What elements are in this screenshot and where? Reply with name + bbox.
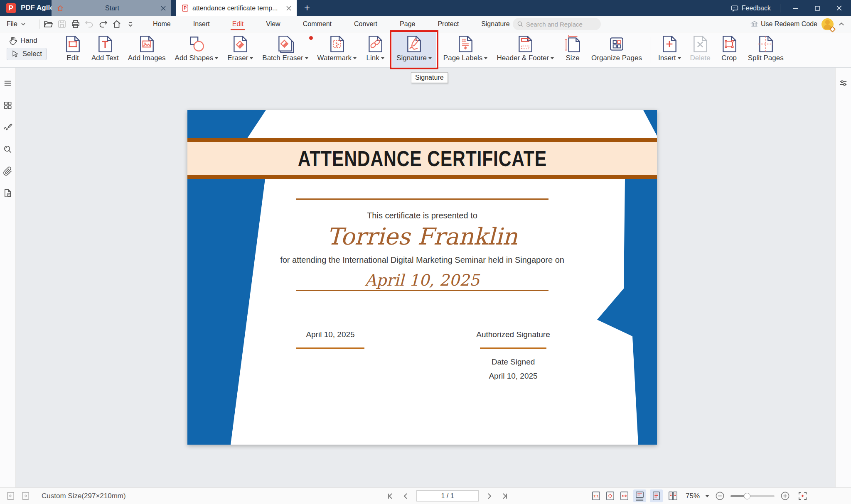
undo-icon[interactable] — [84, 19, 94, 29]
zoom-level[interactable]: 75% — [686, 492, 700, 500]
zoom-dropdown-caret-icon[interactable] — [705, 495, 709, 497]
continuous-view-button[interactable] — [633, 489, 646, 502]
minimize-button[interactable] — [790, 2, 802, 15]
redo-icon[interactable] — [98, 19, 108, 29]
close-window-button[interactable] — [833, 2, 845, 15]
close-tab-icon[interactable] — [160, 5, 166, 11]
properties-sliders-icon[interactable] — [839, 78, 848, 88]
split-pages-button[interactable]: Split Pages — [743, 32, 788, 67]
dropdown-caret-icon — [484, 57, 487, 59]
chevron-up-icon[interactable] — [838, 20, 845, 28]
avatar[interactable] — [821, 18, 834, 30]
document-canvas[interactable]: ATTENDANCE CERTIFICATE This certificate … — [16, 68, 835, 487]
page-indicator-input[interactable] — [416, 490, 479, 502]
close-tab-icon[interactable] — [286, 5, 292, 11]
thumbnails-icon[interactable] — [3, 100, 12, 110]
new-tab-button[interactable]: + — [302, 3, 312, 13]
eraser-button[interactable]: Eraser — [223, 32, 258, 67]
menu-item-insert[interactable]: Insert — [192, 17, 211, 31]
organize-pages-button[interactable]: Organize Pages — [587, 32, 647, 67]
save-icon[interactable] — [57, 19, 67, 29]
menu-item-signature[interactable]: Signature — [480, 17, 511, 31]
divider — [36, 492, 36, 501]
facing-pages-button[interactable] — [667, 489, 679, 502]
file-menu[interactable]: File — [7, 16, 26, 32]
customize-toolbar-icon[interactable] — [125, 19, 135, 29]
page-back-icon[interactable] — [6, 491, 15, 501]
batch-eraser-button[interactable]: Batch Eraser — [258, 32, 312, 67]
signature-button[interactable]: Signature Signature — [392, 32, 436, 67]
dropdown-caret-icon — [428, 57, 432, 59]
select-tool-button[interactable]: Select — [7, 48, 47, 60]
menu-bar: File Home Insert Edit View Comment Conve… — [0, 16, 851, 32]
edit-button[interactable]: Edit — [59, 32, 87, 67]
last-page-icon[interactable] — [500, 492, 509, 500]
zoom-in-icon[interactable] — [780, 491, 790, 501]
redeem-code-button[interactable]: Use Redeem Code — [750, 20, 817, 28]
feedback-button[interactable]: Feedback — [730, 4, 771, 12]
crop-icon — [720, 34, 739, 54]
menu-item-comment[interactable]: Comment — [302, 17, 332, 31]
search-box[interactable] — [513, 18, 601, 30]
divider — [39, 20, 40, 29]
dropdown-caret-icon — [305, 57, 308, 59]
file-history-icon[interactable] — [3, 188, 12, 198]
app-logo: P — [6, 3, 16, 13]
size-button[interactable]: Size — [558, 32, 587, 67]
actual-size-icon[interactable]: 1:1 — [591, 491, 601, 501]
full-screen-icon[interactable] — [797, 491, 808, 501]
divider-rule — [296, 290, 548, 291]
left-sidebar — [0, 68, 16, 487]
button-label: Crop — [721, 54, 737, 62]
header-footer-button[interactable]: Header & Footer — [492, 32, 558, 67]
crop-button[interactable]: Crop — [715, 32, 743, 67]
continuous-view-icon — [635, 491, 645, 501]
page-navigator — [386, 488, 509, 504]
next-page-icon[interactable] — [485, 492, 494, 500]
add-shapes-button[interactable]: Add Shapes — [170, 32, 223, 67]
svg-text:1:1: 1:1 — [593, 494, 599, 498]
tab-document[interactable]: P attendance certificate temp... — [176, 0, 297, 16]
signature-panel-icon[interactable] — [3, 122, 12, 132]
maximize-button[interactable] — [811, 2, 824, 15]
zoom-slider-thumb[interactable] — [744, 493, 750, 499]
link-button[interactable]: Link — [361, 32, 389, 67]
page-forward-icon[interactable] — [21, 491, 30, 501]
add-images-button[interactable]: Add Images — [123, 32, 170, 67]
outline-menu-icon[interactable] — [3, 78, 12, 88]
menu-item-protect[interactable]: Protect — [437, 17, 460, 31]
file-menu-label: File — [7, 20, 17, 28]
search-input[interactable] — [526, 21, 595, 28]
signature-icon — [404, 34, 423, 54]
watermark-button[interactable]: Watermark — [313, 32, 362, 67]
print-icon[interactable] — [71, 19, 81, 29]
tab-label: attendance certificate temp... — [192, 5, 286, 12]
fit-width-icon[interactable] — [619, 491, 630, 501]
certificate-page[interactable]: ATTENDANCE CERTIFICATE This certificate … — [187, 110, 657, 445]
page-labels-button[interactable]: Page Labels — [439, 32, 492, 67]
insert-page-button[interactable]: Insert — [654, 32, 686, 67]
single-page-view-button[interactable] — [650, 489, 663, 502]
zoom-slider[interactable] — [730, 495, 775, 497]
previous-page-icon[interactable] — [401, 492, 410, 500]
menu-item-home[interactable]: Home — [152, 17, 172, 31]
search-icon[interactable] — [3, 144, 12, 154]
batch-eraser-icon — [275, 34, 295, 54]
open-folder-icon[interactable] — [43, 19, 53, 29]
first-page-icon[interactable] — [386, 492, 395, 500]
fit-page-icon[interactable] — [605, 491, 615, 501]
tab-start[interactable]: Start — [52, 0, 171, 16]
menu-item-edit[interactable]: Edit — [231, 17, 245, 31]
menu-item-view[interactable]: View — [265, 17, 281, 31]
hand-tool-button[interactable]: Hand — [8, 36, 52, 45]
menu-item-page[interactable]: Page — [399, 17, 416, 31]
home-icon[interactable] — [112, 19, 122, 29]
zoom-out-icon[interactable] — [715, 491, 725, 501]
split-pages-icon — [756, 34, 775, 54]
add-text-button[interactable]: Add Text — [87, 32, 123, 67]
attachments-icon[interactable] — [3, 166, 12, 176]
feedback-label: Feedback — [742, 5, 771, 12]
menu-item-convert[interactable]: Convert — [353, 17, 378, 31]
redeem-label: Use Redeem Code — [761, 20, 817, 28]
signature-tooltip: Signature — [411, 72, 448, 83]
